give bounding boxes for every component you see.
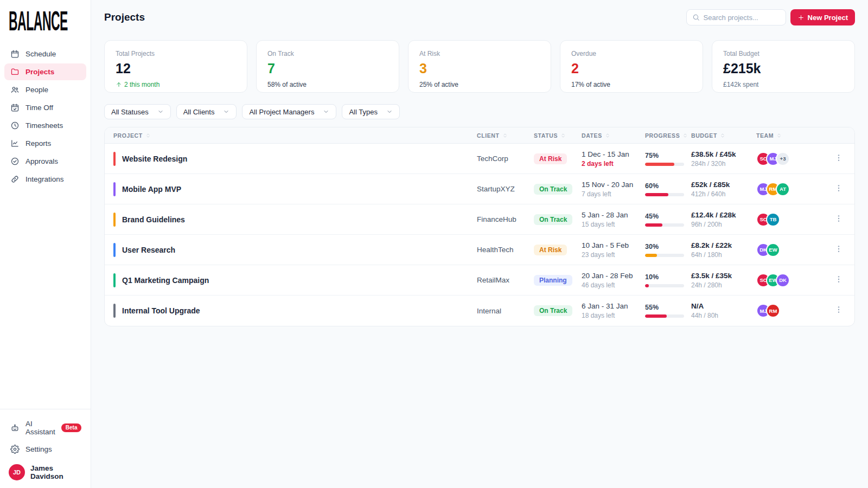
project-accent-bar — [113, 182, 116, 196]
user-profile[interactable]: JD James Davidson — [4, 459, 86, 480]
column-header-progress[interactable]: PROGRESS — [645, 132, 691, 139]
budget-amount: N/A — [691, 302, 756, 310]
days-left: 15 days left — [582, 221, 645, 228]
filter-all-project-managers[interactable]: All Project Managers — [242, 104, 336, 119]
status-badge: At Risk — [534, 153, 567, 164]
filter-all-statuses[interactable]: All Statuses — [104, 104, 171, 119]
sidebar-item-ai-assistant[interactable]: AI Assistant Beta — [4, 416, 86, 440]
progress-percent: 75% — [645, 152, 691, 159]
project-name: Brand Guidelines — [122, 215, 185, 224]
chevron-down-icon — [157, 108, 164, 115]
progress-percent: 30% — [645, 243, 691, 251]
cell-client: HealthTech — [477, 246, 534, 254]
avatar: JD — [9, 464, 25, 480]
date-range: 10 Jan - 5 Feb — [582, 241, 645, 249]
project-accent-bar — [113, 273, 116, 287]
date-range: 1 Dec - 15 Jan — [582, 150, 645, 158]
cell-budget: £8.2k / £22k64h / 180h — [691, 241, 756, 259]
table-header: PROJECTCLIENTSTATUSDATESPROGRESSBUDGETTE… — [105, 127, 854, 144]
sidebar-item-reports[interactable]: Reports — [4, 135, 86, 152]
search-input[interactable] — [704, 14, 780, 22]
sidebar-item-integrations[interactable]: Integrations — [4, 171, 86, 188]
cell-progress: 75% — [645, 152, 691, 166]
cell-team: MJRMAT — [756, 182, 822, 196]
column-header-status[interactable]: STATUS — [534, 132, 582, 139]
row-menu-button[interactable] — [834, 184, 843, 195]
table-row-user-research[interactable]: User ResearchHealthTechAt Risk10 Jan - 5… — [105, 235, 854, 265]
budget-hours: 64h / 180h — [691, 251, 756, 259]
stats-cards: Total Projects122 this monthOn Track758%… — [104, 40, 855, 93]
column-header-client[interactable]: CLIENT — [477, 132, 534, 139]
new-project-button[interactable]: New Project — [790, 9, 855, 25]
cell-progress: 10% — [645, 273, 691, 287]
cell-actions — [822, 275, 854, 286]
progress-bar — [645, 314, 684, 318]
cell-team: MJRM — [756, 304, 822, 318]
filter-all-types[interactable]: All Types — [342, 104, 400, 119]
status-badge: On Track — [534, 305, 572, 316]
sidebar-item-settings[interactable]: Settings — [4, 441, 86, 458]
stat-label: Overdue — [571, 50, 692, 57]
cell-actions — [822, 184, 854, 195]
progress-bar — [645, 193, 684, 196]
cell-project: User Research — [105, 243, 477, 257]
progress-percent: 55% — [645, 304, 691, 311]
cell-progress: 30% — [645, 243, 691, 257]
sidebar-item-label: Reports — [25, 139, 51, 147]
cell-client: Internal — [477, 307, 534, 315]
row-menu-button[interactable] — [834, 305, 843, 316]
column-header-budget[interactable]: BUDGET — [691, 132, 756, 139]
sidebar-item-timesheets[interactable]: Timesheets — [4, 117, 86, 134]
kebab-icon — [834, 275, 843, 284]
filter-label: All Clients — [183, 108, 215, 116]
cell-client: FinanceHub — [477, 215, 534, 223]
sort-icon — [776, 133, 782, 138]
cell-progress: 55% — [645, 304, 691, 318]
row-menu-button[interactable] — [834, 214, 843, 225]
filter-all-clients[interactable]: All Clients — [176, 104, 237, 119]
cell-dates: 20 Jan - 28 Feb46 days left — [582, 272, 645, 289]
table-row-mobile-app-mvp[interactable]: Mobile App MVPStartupXYZOn Track15 Nov -… — [105, 174, 854, 204]
row-menu-button[interactable] — [834, 275, 843, 286]
column-header-team[interactable]: TEAM — [756, 132, 822, 139]
sort-icon — [720, 133, 725, 138]
table-row-internal-tool-upgrade[interactable]: Internal Tool UpgradeInternalOn Track6 J… — [105, 296, 854, 326]
sidebar-item-schedule[interactable]: Schedule — [4, 46, 86, 62]
sort-icon — [605, 133, 610, 138]
column-header-project[interactable]: PROJECT — [105, 132, 477, 139]
row-menu-button[interactable] — [834, 245, 843, 255]
stat-sub: 25% of active — [419, 81, 540, 88]
budget-amount: £52k / £85k — [691, 181, 756, 189]
chevron-down-icon — [223, 108, 229, 115]
stat-card-on-track: On Track758% of active — [256, 40, 399, 93]
date-range: 15 Nov - 20 Jan — [582, 181, 645, 189]
budget-hours: 24h / 280h — [691, 281, 756, 289]
sidebar-item-time-off[interactable]: Time Off — [4, 99, 86, 116]
sort-icon — [682, 133, 688, 138]
column-header-dates[interactable]: DATES — [582, 132, 645, 139]
stat-value: 2 — [571, 61, 692, 76]
sidebar-item-approvals[interactable]: Approvals — [4, 153, 86, 170]
table-row-website-redesign[interactable]: Website RedesignTechCorpAt Risk1 Dec - 1… — [105, 144, 854, 174]
status-badge: On Track — [534, 214, 572, 225]
kebab-icon — [834, 305, 843, 314]
date-range: 6 Jan - 31 Jan — [582, 302, 645, 310]
budget-hours: 96h / 200h — [691, 221, 756, 228]
search-icon — [692, 14, 700, 21]
settings-label: Settings — [25, 445, 52, 453]
progress-percent: 45% — [645, 213, 691, 220]
table-row-brand-guidelines[interactable]: Brand GuidelinesFinanceHubOn Track5 Jan … — [105, 204, 854, 235]
cell-status: On Track — [534, 184, 582, 195]
progress-bar — [645, 254, 684, 257]
calendar-check-icon — [10, 103, 20, 112]
row-menu-button[interactable] — [834, 153, 843, 164]
project-accent-bar — [113, 304, 116, 318]
sidebar-item-people[interactable]: People — [4, 81, 86, 98]
team-avatar: TB — [766, 213, 780, 227]
cell-actions — [822, 305, 854, 316]
sidebar-item-projects[interactable]: Projects — [4, 63, 86, 80]
sort-icon — [502, 133, 508, 138]
table-row-q1-marketing-campaign[interactable]: Q1 Marketing CampaignRetailMaxPlanning20… — [105, 265, 854, 296]
user-name: James Davidson — [30, 464, 82, 480]
folder-icon — [10, 67, 20, 76]
